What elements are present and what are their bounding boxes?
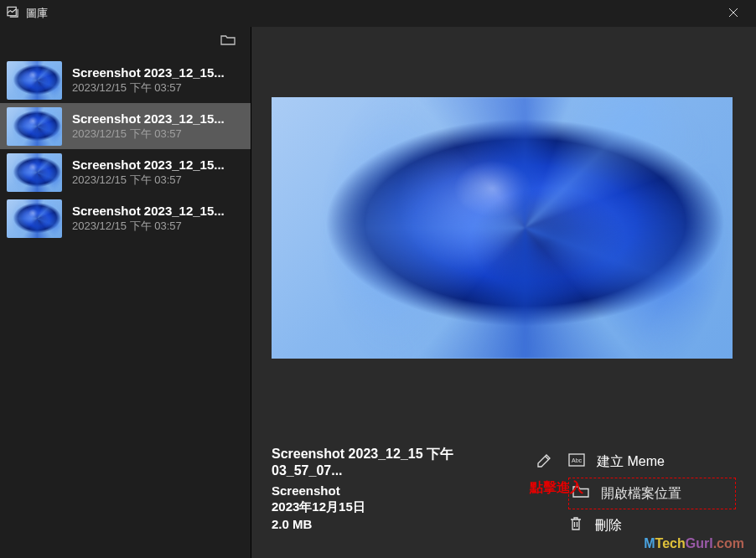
create-meme-button[interactable]: Abc 建立 Meme [568,446,736,478]
meme-icon: Abc [568,453,585,470]
detail-type: Screenshot [272,483,551,498]
sidebar-toolbar [0,27,251,57]
file-list: Screenshot 2023_12_15... 2023/12/15 下午 0… [0,57,251,558]
file-name: Screenshot 2023_12_15... [72,65,244,80]
list-item[interactable]: Screenshot 2023_12_15... 2023/12/15 下午 0… [0,103,251,149]
file-name: Screenshot 2023_12_15... [72,158,244,172]
detail-date: 2023年12月15日 [272,499,551,515]
gallery-icon [7,6,19,22]
thumbnail [7,153,62,192]
titlebar-left: 圖庫 [7,6,48,22]
file-info: Screenshot 2023_12_15... 2023/12/15 下午 0… [72,111,244,142]
filename-row: Screenshot 2023_12_15 下午 03_57_07... [272,446,551,478]
file-date: 2023/12/15 下午 03:57 [72,80,244,96]
thumbnail [7,61,62,100]
file-name: Screenshot 2023_12_15... [72,111,244,126]
list-item[interactable]: Screenshot 2023_12_15... 2023/12/15 下午 0… [0,149,251,195]
close-icon [728,6,738,21]
thumbnail [7,107,62,146]
file-date: 2023/12/15 下午 03:57 [72,173,244,188]
file-info: Screenshot 2023_12_15... 2023/12/15 下午 0… [72,204,244,234]
thumbnail [7,199,62,238]
action-label: 建立 Meme [597,453,665,471]
close-button[interactable] [714,0,753,27]
metadata-left: Screenshot 2023_12_15 下午 03_57_07... Scr… [272,446,551,541]
preview-image[interactable] [272,97,733,359]
open-location-button[interactable]: 開啟檔案位置 [568,478,736,509]
action-label: 刪除 [595,517,622,535]
file-date: 2023/12/15 下午 03:57 [72,219,244,234]
file-date: 2023/12/15 下午 03:57 [72,127,244,142]
edit-icon[interactable] [536,453,551,472]
callout-label: 點擊進入 [530,479,583,497]
titlebar: 圖庫 [0,0,756,27]
actions-panel: Abc 建立 Meme 開啟檔案位置 [568,446,736,541]
metadata-section: Screenshot 2023_12_15 下午 03_57_07... Scr… [272,446,736,541]
file-info: Screenshot 2023_12_15... 2023/12/15 下午 0… [72,158,244,188]
sidebar: Screenshot 2023_12_15... 2023/12/15 下午 0… [0,27,251,558]
window-title: 圖庫 [26,6,48,21]
svg-text:Abc: Abc [572,457,583,463]
detail-size: 2.0 MB [272,517,551,531]
action-label: 開啟檔案位置 [601,485,681,503]
list-item[interactable]: Screenshot 2023_12_15... 2023/12/15 下午 0… [0,57,251,103]
file-info: Screenshot 2023_12_15... 2023/12/15 下午 0… [72,65,244,96]
detail-panel: Screenshot 2023_12_15 下午 03_57_07... Scr… [251,27,756,558]
watermark: MTechGurl.com [644,536,744,551]
main-container: Screenshot 2023_12_15... 2023/12/15 下午 0… [0,27,756,558]
detail-filename: Screenshot 2023_12_15 下午 03_57_07... [272,446,525,478]
folder-icon[interactable] [220,34,236,49]
file-name: Screenshot 2023_12_15... [72,204,244,218]
trash-icon [568,516,583,535]
list-item[interactable]: Screenshot 2023_12_15... 2023/12/15 下午 0… [0,195,251,241]
